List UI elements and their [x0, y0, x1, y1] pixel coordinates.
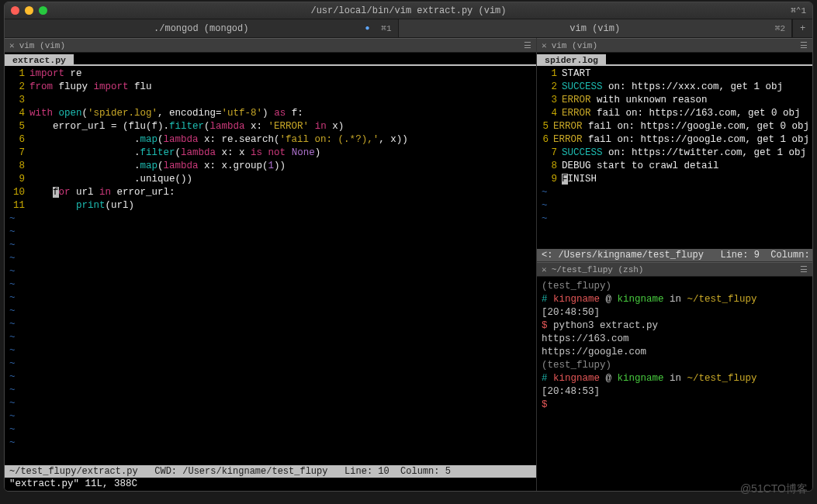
code-line: 6ERROR fail on: https://google.com, get … — [540, 133, 809, 147]
code-line: 8 .map(lambda x: x.group(1)) — [8, 160, 533, 173]
cursor: F — [562, 174, 568, 185]
code-line: 3ERROR with unknown reason — [540, 94, 809, 107]
code-text: .filter(lambda x: x is not None) — [29, 147, 533, 160]
tilde-icon: ~ — [540, 199, 548, 212]
term-line: https://google.com — [542, 346, 808, 359]
line-number: 2 — [8, 81, 29, 94]
tilde-icon: ~ — [8, 410, 16, 423]
tab-vim[interactable]: vim (vim) ⌘2 — [399, 19, 793, 37]
empty-line: ~ — [8, 226, 533, 239]
empty-line: ~ — [540, 186, 809, 199]
code-text: import re — [29, 67, 533, 81]
line-number: 3 — [540, 94, 562, 107]
line-number: 5 — [8, 120, 29, 133]
log-viewer[interactable]: 1START2SUCCESS on: https://xxx.com, get … — [537, 66, 812, 249]
code-line: 4ERROR fail on: https://163.com, get 0 o… — [540, 107, 809, 120]
close-icon[interactable]: ✕ — [542, 40, 547, 50]
pane-header-left[interactable]: ✕ vim (vim) ☰ — [5, 38, 536, 53]
empty-line: ~ — [8, 384, 533, 397]
menu-icon[interactable]: ☰ — [800, 264, 808, 274]
code-text: from flupy import flu — [29, 81, 533, 94]
empty-line: ~ — [8, 239, 533, 252]
empty-line: ~ — [8, 265, 533, 278]
command-line[interactable]: "extract.py" 11L, 388C — [5, 478, 536, 491]
line-number: 7 — [540, 147, 562, 160]
line-number: 4 — [540, 107, 562, 120]
app-window: /usr/local/bin/vim extract.py (vim) ⌘⌃1 … — [4, 2, 813, 492]
buffer-tab[interactable]: extract.py — [5, 54, 74, 66]
filename-bar: extract.py — [5, 53, 536, 66]
left-pane: ✕ vim (vim) ☰ extract.py 1import re2from… — [5, 38, 537, 491]
empty-line: ~ — [8, 305, 533, 318]
tilde-icon: ~ — [540, 212, 548, 226]
term-line: (test_flupy) — [542, 359, 808, 372]
code-text — [29, 94, 533, 107]
empty-line: ~ — [8, 437, 533, 450]
line-number: 9 — [540, 173, 562, 186]
line-number: 8 — [8, 160, 29, 173]
code-line: 11 print(url) — [8, 199, 533, 212]
line-number: 11 — [8, 199, 29, 212]
code-line: 5 error_url = (flu(f).filter(lambda x: '… — [8, 120, 533, 133]
empty-line: ~ — [8, 278, 533, 292]
right-pane: ✕ vim (vim) ☰ spider.log 1START2SUCCESS … — [537, 38, 812, 491]
tilde-icon: ~ — [8, 437, 16, 450]
code-text: for url in error_url: — [29, 186, 533, 199]
code-text: START — [562, 67, 809, 81]
code-text: ERROR with unknown reason — [562, 94, 809, 107]
menu-icon[interactable]: ☰ — [524, 40, 531, 50]
term-line: # kingname @ kingname in ~/test_flupy [2… — [542, 293, 808, 319]
tilde-icon: ~ — [8, 265, 16, 278]
pane-header-right-top[interactable]: ✕ vim (vim) ☰ — [537, 38, 812, 53]
term-line: (test_flupy) — [542, 280, 808, 293]
titlebar[interactable]: /usr/local/bin/vim extract.py (vim) ⌘⌃1 — [5, 2, 812, 19]
code-line: 8DEBUG start to crawl detail — [540, 160, 809, 173]
code-text: ERROR fail on: https://163.com, get 0 ob… — [562, 107, 809, 120]
empty-line: ~ — [8, 331, 533, 344]
term-line: $ — [542, 399, 808, 412]
code-line: 6 .map(lambda x: re.search('fail on: (.*… — [8, 133, 533, 147]
code-text: .map(lambda x: x.group(1)) — [29, 160, 533, 173]
empty-line: ~ — [8, 357, 533, 371]
code-line: 1import re — [8, 67, 533, 81]
tilde-icon: ~ — [8, 226, 16, 239]
code-text: .map(lambda x: re.search('fail on: (.*?)… — [29, 133, 533, 147]
empty-line: ~ — [540, 199, 809, 212]
tilde-icon: ~ — [8, 318, 16, 331]
code-line: 3 — [8, 94, 533, 107]
tilde-icon: ~ — [8, 278, 16, 292]
right-bottom-pane: ✕ ~/test_flupy (zsh) ☰ (test_flupy)# kin… — [537, 262, 812, 491]
tab-bar: ./mongod (mongod) ● ⌘1 vim (vim) ⌘2 + — [5, 19, 812, 38]
empty-line: ~ — [8, 410, 533, 423]
code-line: 2SUCCESS on: https://xxx.com, get 1 obj — [540, 81, 809, 94]
menu-icon[interactable]: ☰ — [800, 40, 808, 50]
code-line: 1START — [540, 67, 809, 81]
code-text: ERROR fail on: https://google.com, get 1… — [553, 133, 809, 147]
tab-label: ./mongod (mongod) — [154, 23, 248, 34]
code-editor[interactable]: 1import re2from flupy import flu34with o… — [5, 66, 536, 465]
close-icon[interactable]: ✕ — [9, 40, 15, 50]
tilde-icon: ~ — [8, 357, 16, 371]
term-line: $ python3 extract.py — [542, 319, 808, 333]
close-icon[interactable]: ✕ — [542, 264, 547, 274]
line-number: 1 — [8, 67, 29, 81]
pane-title: vim (vim) — [552, 41, 597, 50]
tilde-icon: ~ — [8, 397, 16, 410]
empty-line: ~ — [8, 423, 533, 437]
new-tab-button[interactable]: + — [792, 19, 812, 37]
pane-header-right-bottom[interactable]: ✕ ~/test_flupy (zsh) ☰ — [537, 262, 812, 277]
code-line: 9 .unique()) — [8, 173, 533, 186]
buffer-tab[interactable]: spider.log — [537, 54, 606, 66]
code-line: 7SUCCESS on: https://twitter.com, get 1 … — [540, 147, 809, 160]
code-text: .unique()) — [29, 173, 533, 186]
right-top-pane: ✕ vim (vim) ☰ spider.log 1START2SUCCESS … — [537, 38, 812, 262]
terminal[interactable]: (test_flupy)# kingname @ kingname in ~/t… — [537, 277, 812, 491]
line-number: 5 — [540, 120, 553, 133]
line-number: 1 — [540, 67, 562, 81]
tilde-icon: ~ — [8, 292, 16, 305]
code-line: 9FINISH — [540, 173, 809, 186]
code-line: 4with open('spider.log', encoding='utf-8… — [8, 107, 533, 120]
line-number: 6 — [8, 133, 29, 147]
tab-mongod[interactable]: ./mongod (mongod) ● ⌘1 — [5, 19, 399, 37]
pane-title: vim (vim) — [19, 41, 65, 50]
